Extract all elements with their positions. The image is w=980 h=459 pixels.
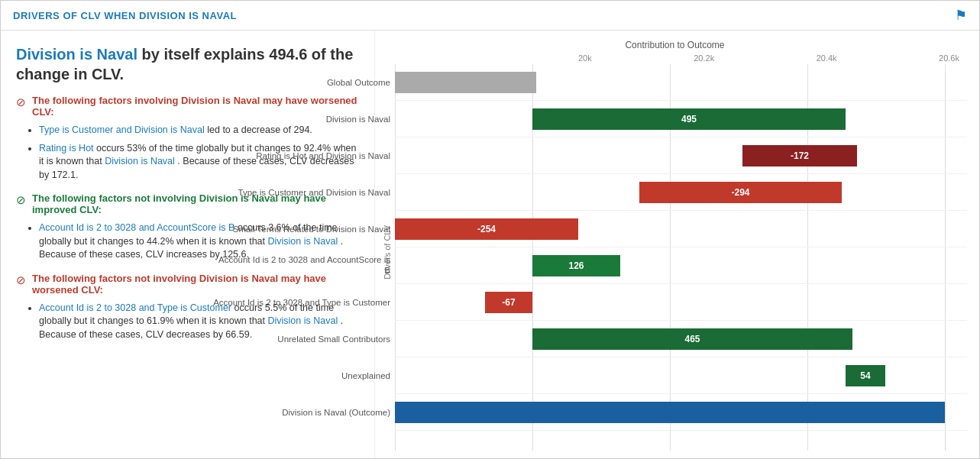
bar-row-3: Type is Customer and Division is Naval-2… [395, 174, 967, 211]
bar-label-3: Type is Customer and Division is Naval [213, 186, 390, 198]
bullet-type-customer: Type is Customer and Division is Naval l… [39, 124, 359, 137]
link-division-naval-3[interactable]: Division is Naval [268, 315, 338, 326]
bar-label-7: Unrelated Small Contributors [213, 333, 390, 344]
section3-icon: ⊘ [16, 273, 26, 287]
bar-row-0: Global Outcome [395, 64, 967, 101]
x-label-202k: 20.2k [694, 53, 714, 63]
x-axis-labels: 20k 20.2k 20.4k 20.6k [395, 53, 967, 63]
chart-title: Contribution to Outcome [383, 40, 967, 50]
x-label-206k: 20.6k [939, 53, 959, 63]
bar-9 [395, 402, 945, 423]
bar-row-5: Account Id is 2 to 3028 and AccountScore… [395, 247, 967, 284]
content: Division is Naval by itself explains 494… [1, 31, 979, 458]
bar-label-9: Division is Naval (Outcome) [213, 406, 390, 418]
link-type-customer[interactable]: Type is Customer and Division is Naval [39, 124, 205, 135]
chart-area: Drivers of CLV 20k 20.2k 20.4k 20.6k Glo… [383, 53, 967, 451]
section2-icon: ⊘ [16, 193, 26, 207]
header: DRIVERS OF CLV WHEN DIVISION IS NAVAL ⚑ [1, 1, 979, 31]
link-account-score-b[interactable]: Account Id is 2 to 3028 and AccountScore… [39, 222, 234, 233]
x-label-204k: 20.4k [817, 53, 837, 63]
x-label-20k: 20k [578, 53, 592, 63]
bar-row-7: Unrelated Small Contributors465 [395, 321, 967, 357]
bar-label-0: Global Outcome [213, 76, 390, 88]
bar-row-6: Account Id is 2 to 3028 and Type is Cust… [395, 284, 967, 321]
bar-label-8: Unexplained [213, 370, 390, 381]
bar-row-2: Rating is Hot and Division is Naval-172 [395, 137, 967, 174]
bar-4: -254 [395, 218, 578, 240]
bar-3: -294 [639, 182, 842, 203]
link-rating-hot[interactable]: Rating is Hot [39, 143, 94, 154]
bar-8: 54 [846, 365, 885, 386]
bar-row-8: Unexplained54 [395, 357, 967, 394]
link-division-naval-1[interactable]: Division is Naval [105, 156, 175, 166]
bookmark-icon[interactable]: ⚑ [955, 7, 967, 24]
section1-icon: ⊘ [16, 95, 26, 109]
page-wrapper: DRIVERS OF CLV WHEN DIVISION IS NAVAL ⚑ … [0, 0, 980, 459]
bar-7: 465 [532, 328, 852, 350]
bullet-rating-hot: Rating is Hot occurs 53% of the time glo… [39, 142, 359, 183]
bar-label-5: Account Id is 2 to 3028 and AccountScore… [213, 254, 390, 277]
header-title-highlight: DIVISION IS NAVAL [139, 10, 237, 21]
bars-container: Global OutcomeDivision is Naval495Rating… [395, 64, 967, 451]
bar-label-1: Division is Naval [213, 113, 390, 124]
bar-label-6: Account Id is 2 to 3028 and Type is Cust… [213, 296, 390, 308]
chart-inner: 20k 20.2k 20.4k 20.6k Global OutcomeDivi… [395, 53, 967, 451]
header-title-prefix: DRIVERS OF CLV WHEN [13, 10, 139, 21]
bar-0 [395, 72, 536, 93]
bar-row-9: Division is Naval (Outcome) [395, 394, 967, 431]
bar-row-4: Small Terms Related to Division is Naval… [395, 211, 967, 247]
bar-2: -172 [742, 145, 857, 166]
header-title: DRIVERS OF CLV WHEN DIVISION IS NAVAL [13, 10, 237, 21]
bar-label-4: Small Terms Related to Division is Naval [213, 223, 390, 234]
bar-5: 126 [532, 255, 620, 276]
bar-label-2: Rating is Hot and Division is Naval [213, 150, 390, 161]
link-division-naval-2[interactable]: Division is Naval [268, 236, 338, 247]
bar-6: -67 [485, 292, 532, 313]
bar-1: 495 [532, 108, 846, 130]
link-account-type-customer[interactable]: Account Id is 2 to 3028 and Type is Cust… [39, 302, 231, 313]
bar-row-1: Division is Naval495 [395, 101, 967, 137]
section-worsened-involving: ⊘ The following factors involving Divisi… [16, 95, 359, 182]
right-panel: Contribution to Outcome Drivers of CLV 2… [375, 31, 979, 458]
left-panel: Division is Naval by itself explains 494… [1, 31, 375, 458]
bullet1-text: led to a decrease of 294. [207, 124, 312, 135]
main-title-highlight: Division is Naval [16, 46, 137, 63]
